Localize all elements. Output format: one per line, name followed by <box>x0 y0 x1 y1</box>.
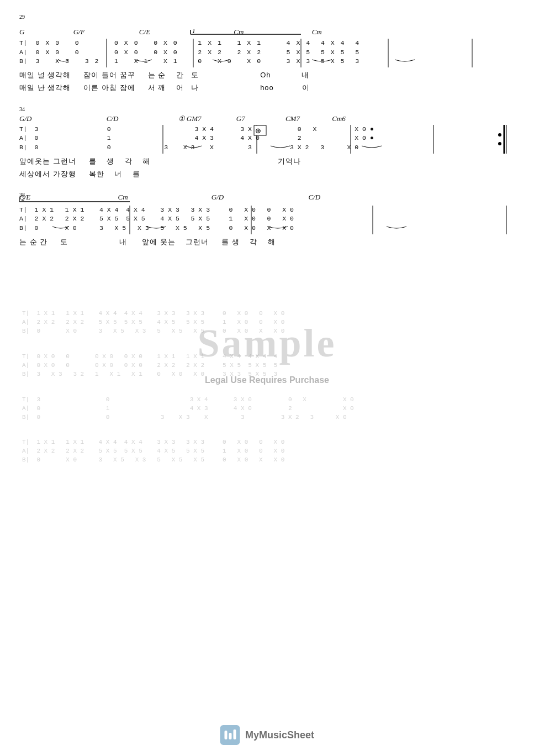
volta2-bracket-svg: 2 <box>19 190 509 204</box>
measure-num-3: 38 <box>19 192 25 198</box>
tab-staff-3: T| 1 X 1 1 X 1 4 X 4 4 X 4 3 X 3 3 X 3 0… <box>19 206 515 233</box>
section-2: 34 G/D C/D ① GM7 G7 CM7 Cm6 T| 3 0 3 X 4… <box>19 103 515 181</box>
svg-rect-27 <box>233 729 236 739</box>
brand-watermark: MyMusicSheet <box>220 725 314 745</box>
chord-CD: C/D <box>107 114 119 123</box>
measure-num-1: 29 <box>19 14 25 20</box>
lyric-line-2a: 앞에웃는 그런너 를 생 각 해 기억나 <box>19 155 515 167</box>
tab-block-2: T| 3 0 3 X 4 3 X 0 0 X X 0 ● A| 0 1 4 X … <box>19 125 515 153</box>
section-3: 2 38 C/E Cm G/D C/D T| 1 X 1 1 X 1 4 X 4… <box>19 190 515 248</box>
faded-block-2: T| 0 X 0 0 0 X 0 0 X 0 1 X 1 1 X 1 4 X 4… <box>22 353 512 379</box>
faded-tab-rows: T| 1 X 1 1 X 1 4 X 4 4 X 4 3 X 3 3 X 3 0… <box>22 309 512 481</box>
svg-rect-25 <box>224 731 227 739</box>
chord-Cm6: Cm6 <box>332 114 346 123</box>
tab-block-3: T| 1 X 1 1 X 1 4 X 4 4 X 4 3 X 3 3 X 3 0… <box>19 206 515 233</box>
lyrics-block-3: 는 순 간 도 내 앞에 웃는 그런너 를 생 각 해 <box>19 235 515 248</box>
tab-block-1: T| 0 X 0 0 0 X 0 0 X 0 1 X 1 1 X 1 4 X 4… <box>19 39 515 66</box>
faded-block-1: T| 1 X 1 1 X 1 4 X 4 4 X 4 3 X 3 3 X 3 0… <box>22 309 512 336</box>
measure-num-2: 34 <box>19 106 25 112</box>
chord-line-2: G/D C/D ① GM7 G7 CM7 Cm6 <box>19 114 515 124</box>
section-1: 29 1 G G/F C/E Cm Cm T <box>19 11 515 95</box>
tab-staff-2: T| 3 0 3 X 4 3 X 0 0 X X 0 ● A| 0 1 4 X … <box>19 125 515 153</box>
chord-segno: ① GM7 <box>178 114 202 123</box>
lyric-line-1a: 매일 널 생각해 잠이 들어 꿈꾸 는 순 간 도 Oh 내 <box>19 69 515 81</box>
lyric-line-3a: 는 순 간 도 내 앞에 웃는 그런너 를 생 각 해 <box>19 235 515 248</box>
brand-name: MyMusicSheet <box>245 729 314 741</box>
faded-block-4: T| 1 X 1 1 X 1 4 X 4 4 X 4 3 X 3 3 X 3 0… <box>22 438 512 465</box>
chord-G7: G7 <box>236 114 245 123</box>
volta-bracket-svg: 1 <box>19 22 509 38</box>
lyric-line-2b: 세상에서 가장행 복한 너 를 <box>19 167 515 180</box>
svg-rect-26 <box>229 733 231 739</box>
brand-logo <box>220 725 240 745</box>
page-container: 29 1 G G/F C/E Cm Cm T <box>0 0 534 756</box>
svg-text:1: 1 <box>192 28 195 34</box>
chord-CM7: CM7 <box>285 114 300 123</box>
lyrics-block-1: 매일 널 생각해 잠이 들어 꿈꾸 는 순 간 도 Oh 내 매일 난 생각해 … <box>19 69 515 95</box>
lyrics-block-2: 앞에웃는 그런너 를 생 각 해 기억나 세상에서 가장행 복한 너 를 <box>19 155 515 181</box>
sheet-music-content: 29 1 G G/F C/E Cm Cm T <box>0 0 534 248</box>
lyric-line-1b: 매일 난 생각해 이른 아침 잠에 서 깨 어 나 hoo 이 <box>19 81 515 94</box>
chord-GD: G/D <box>19 114 31 123</box>
faded-block-3: T| 3 0 3 X 4 3 X 0 0 X X 0 A| 0 1 4 X 3 … <box>22 396 512 422</box>
tab-staff-1: T| 0 X 0 0 0 X 0 0 X 0 1 X 1 1 X 1 4 X 4… <box>19 39 515 66</box>
brand-logo-icon <box>222 727 237 743</box>
